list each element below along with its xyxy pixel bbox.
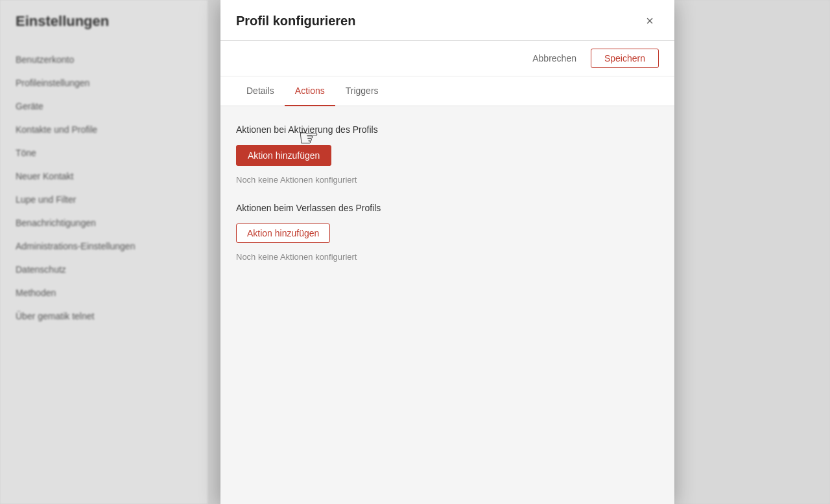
sidebar-item-toene[interactable]: Töne <box>16 141 192 165</box>
tab-actions[interactable]: Actions <box>285 76 335 106</box>
modal-body: Aktionen bei Aktivierung des Profils Akt… <box>220 106 674 504</box>
sidebar-item-kontakte[interactable]: Kontakte und Profile <box>16 118 192 141</box>
sidebar-item-profileinstellungen[interactable]: Profileinstellungen <box>16 71 192 95</box>
cancel-button[interactable]: Abbrechen <box>526 49 583 67</box>
no-actions-text-2: Noch keine Aktionen konfiguriert <box>236 252 659 262</box>
sidebar-title: Einstellungen <box>16 13 192 30</box>
add-action-button-2[interactable]: Aktion hinzufügen <box>236 223 330 243</box>
sidebar-item-lupe[interactable]: Lupe und Filter <box>16 188 192 211</box>
right-background <box>674 0 830 504</box>
save-button[interactable]: Speichern <box>591 49 659 68</box>
sidebar-item-neuer-kontakt[interactable]: Neuer Kontakt <box>16 165 192 188</box>
section2-title: Aktionen beim Verlassen des Profils <box>236 203 659 213</box>
add-action-button-1[interactable]: Aktion hinzufügen <box>236 145 331 166</box>
sidebar-item-ueber[interactable]: Über gematik telnet <box>16 304 192 328</box>
section-activation: Aktionen bei Aktivierung des Profils Akt… <box>236 124 659 185</box>
sidebar-item-benachrichtigungen[interactable]: Benachrichtigungen <box>16 211 192 235</box>
sidebar-item-benutzerkonto[interactable]: Benutzerkonto <box>16 48 192 71</box>
sidebar-item-datenschutz[interactable]: Datenschutz <box>16 258 192 281</box>
modal-configure-profile: Profil konfigurieren × Abbrechen Speiche… <box>220 0 674 504</box>
tab-triggers[interactable]: Triggers <box>335 76 389 106</box>
sidebar-item-methoden[interactable]: Methoden <box>16 281 192 304</box>
modal-close-button[interactable]: × <box>641 12 659 30</box>
sidebar-item-admin[interactable]: Administrations-Einstellungen <box>16 235 192 258</box>
modal-toolbar: Abbrechen Speichern <box>220 41 674 76</box>
tab-details[interactable]: Details <box>236 76 285 106</box>
section1-title: Aktionen bei Aktivierung des Profils <box>236 124 659 135</box>
sidebar-item-geraete[interactable]: Geräte <box>16 95 192 118</box>
modal-title: Profil konfigurieren <box>236 14 355 29</box>
modal-header: Profil konfigurieren × <box>220 0 674 41</box>
modal-tabs: Details Actions Triggers <box>220 76 674 106</box>
sidebar: Einstellungen Benutzerkonto Profileinste… <box>0 0 208 504</box>
section-deactivation: Aktionen beim Verlassen des Profils Akti… <box>236 203 659 262</box>
no-actions-text-1: Noch keine Aktionen konfiguriert <box>236 175 659 185</box>
